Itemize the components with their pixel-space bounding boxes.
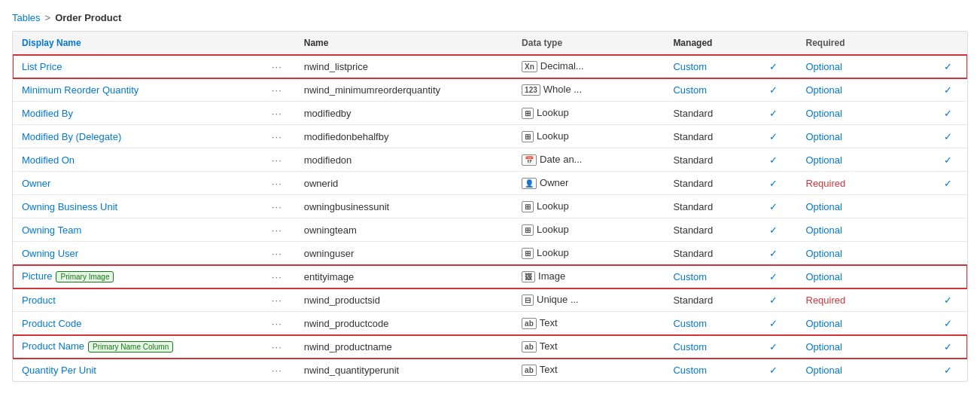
cell-dots-modified-on[interactable]: ···	[259, 148, 295, 172]
tables-link[interactable]: Tables	[12, 12, 41, 23]
table-row-picture[interactable]: PicturePrimary Image···entityimage🖼Image…	[13, 265, 967, 288]
more-options-icon[interactable]: ···	[272, 248, 282, 259]
cell-managed-owning-user: Standard	[664, 242, 749, 265]
cell-check2-quantity-per-unit: ✓	[930, 359, 967, 382]
cell-type-product-code: abText	[513, 312, 664, 335]
cell-managed-min-reorder-qty: Custom	[664, 78, 749, 102]
cell-display-name-list-price[interactable]: List Price	[13, 55, 259, 78]
more-options-icon[interactable]: ···	[272, 365, 282, 376]
cell-display-name-min-reorder-qty[interactable]: Minimum Reorder Quantity	[13, 78, 259, 102]
check-icon: ✓	[769, 131, 778, 142]
cell-dots-owning-user[interactable]: ···	[259, 242, 295, 265]
table-row-owning-business-unit[interactable]: Owning Business Unit···owningbusinessuni…	[13, 195, 967, 218]
cell-required-owning-user: Optional	[797, 242, 930, 265]
cell-display-name-owning-business-unit[interactable]: Owning Business Unit	[13, 195, 259, 218]
more-options-icon[interactable]: ···	[272, 154, 282, 166]
cell-required-list-price: Optional	[797, 55, 930, 78]
cell-logical-name-product: nwind_productsid	[295, 288, 513, 312]
cell-display-name-product-name[interactable]: Product NamePrimary Name Column	[13, 335, 259, 359]
cell-managed-modified-on: Standard	[664, 148, 749, 172]
cell-required-product: Required	[797, 288, 930, 312]
cell-display-name-product[interactable]: Product	[13, 288, 259, 312]
check-icon: ✓	[769, 295, 778, 306]
cell-logical-name-owning-team: owningteam	[295, 218, 513, 242]
more-options-icon[interactable]: ···	[272, 318, 282, 329]
cell-check1-owner: ✓	[750, 172, 797, 195]
cell-logical-name-owner: ownerid	[295, 172, 513, 195]
cell-logical-name-modified-by: modifiedby	[295, 102, 513, 125]
cell-display-name-owning-team[interactable]: Owning Team	[13, 218, 259, 242]
table-row-product-code[interactable]: Product Code···nwind_productcodeabTextCu…	[13, 312, 967, 335]
cell-type-owning-user: ⊞Lookup	[513, 242, 664, 265]
cell-dots-product-code[interactable]: ···	[259, 312, 295, 335]
cell-check1-owning-business-unit: ✓	[750, 195, 797, 218]
more-options-icon[interactable]: ···	[272, 61, 282, 72]
cell-check1-modified-by: ✓	[750, 102, 797, 125]
cell-display-name-owner[interactable]: Owner	[13, 172, 259, 195]
cell-dots-owner[interactable]: ···	[259, 172, 295, 195]
cell-dots-list-price[interactable]: ···	[259, 55, 295, 78]
table-row-modified-by-delegate[interactable]: Modified By (Delegate)···modifiedonbehal…	[13, 125, 967, 148]
table-row-owner[interactable]: Owner···ownerid👤OwnerStandard✓Required✓	[13, 172, 967, 195]
cell-dots-owning-business-unit[interactable]: ···	[259, 195, 295, 218]
table-row-min-reorder-qty[interactable]: Minimum Reorder Quantity···nwind_minimum…	[13, 78, 967, 102]
cell-check1-list-price: ✓	[750, 55, 797, 78]
cell-type-owning-team: ⊞Lookup	[513, 218, 664, 242]
table-row-modified-on[interactable]: Modified On···modifiedon📅Date an...Stand…	[13, 148, 967, 172]
cell-required-modified-by: Optional	[797, 102, 930, 125]
cell-display-name-modified-on[interactable]: Modified On	[13, 148, 259, 172]
cell-check1-product-name: ✓	[750, 335, 797, 359]
cell-type-owning-business-unit: ⊞Lookup	[513, 195, 664, 218]
more-options-icon[interactable]: ···	[272, 84, 282, 96]
table-row-product[interactable]: Product···nwind_productsid⊟Unique ...Sta…	[13, 288, 967, 312]
cell-display-name-product-code[interactable]: Product Code	[13, 312, 259, 335]
cell-display-name-picture[interactable]: PicturePrimary Image	[13, 265, 259, 288]
table-row-list-price[interactable]: List Price···nwind_listpriceXnDecimal...…	[13, 55, 967, 78]
cell-check1-quantity-per-unit: ✓	[750, 359, 797, 382]
cell-display-name-modified-by-delegate[interactable]: Modified By (Delegate)	[13, 125, 259, 148]
more-options-icon[interactable]: ···	[272, 271, 282, 282]
cell-logical-name-picture: entityimage	[295, 265, 513, 288]
cell-display-name-modified-by[interactable]: Modified By	[13, 102, 259, 125]
header-check2	[930, 32, 967, 55]
breadcrumb-current: Order Product	[55, 12, 121, 23]
breadcrumb: Tables > Order Product	[12, 12, 968, 23]
more-options-icon[interactable]: ···	[272, 178, 282, 189]
table-row-modified-by[interactable]: Modified By···modifiedby⊞LookupStandard✓…	[13, 102, 967, 125]
more-options-icon[interactable]: ···	[272, 341, 282, 353]
cell-dots-min-reorder-qty[interactable]: ···	[259, 78, 295, 102]
cell-logical-name-product-name: nwind_productname	[295, 335, 513, 359]
table-row-owning-team[interactable]: Owning Team···owningteam⊞LookupStandard✓…	[13, 218, 967, 242]
cell-dots-picture[interactable]: ···	[259, 265, 295, 288]
cell-dots-owning-team[interactable]: ···	[259, 218, 295, 242]
more-options-icon[interactable]: ···	[272, 131, 282, 142]
more-options-icon[interactable]: ···	[272, 224, 282, 236]
cell-required-min-reorder-qty: Optional	[797, 78, 930, 102]
header-name: Name	[295, 32, 513, 55]
cell-type-product: ⊟Unique ...	[513, 288, 664, 312]
table-row-quantity-per-unit[interactable]: Quantity Per Unit···nwind_quantityperuni…	[13, 359, 967, 382]
cell-logical-name-min-reorder-qty: nwind_minimumreorderquantity	[295, 78, 513, 102]
cell-dots-modified-by[interactable]: ···	[259, 102, 295, 125]
check-icon: ✓	[769, 224, 778, 236]
cell-check2-modified-by: ✓	[930, 102, 967, 125]
cell-required-quantity-per-unit: Optional	[797, 359, 930, 382]
table-row-product-name[interactable]: Product NamePrimary Name Column···nwind_…	[13, 335, 967, 359]
more-options-icon[interactable]: ···	[272, 201, 282, 212]
cell-dots-product[interactable]: ···	[259, 288, 295, 312]
cell-display-name-owning-user[interactable]: Owning User	[13, 242, 259, 265]
cell-dots-product-name[interactable]: ···	[259, 335, 295, 359]
cell-check2-owning-user	[930, 242, 967, 265]
more-options-icon[interactable]: ···	[272, 295, 282, 306]
check-icon: ✓	[769, 271, 778, 282]
check-icon-2: ✓	[944, 178, 952, 189]
cell-dots-modified-by-delegate[interactable]: ···	[259, 125, 295, 148]
check-icon: ✓	[769, 154, 778, 166]
check-icon-2: ✓	[944, 131, 952, 142]
more-options-icon[interactable]: ···	[272, 108, 282, 119]
table-row-owning-user[interactable]: Owning User···owninguser⊞LookupStandard✓…	[13, 242, 967, 265]
cell-check1-picture: ✓	[750, 265, 797, 288]
cell-dots-quantity-per-unit[interactable]: ···	[259, 359, 295, 382]
cell-check2-product-name: ✓	[930, 335, 967, 359]
cell-display-name-quantity-per-unit[interactable]: Quantity Per Unit	[13, 359, 259, 382]
